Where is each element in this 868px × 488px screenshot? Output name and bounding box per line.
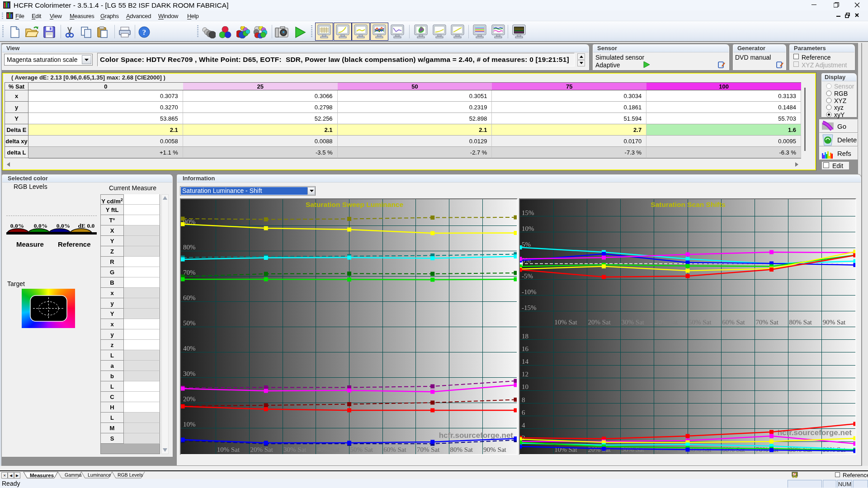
svg-text:Saturation Sweep Luminance: Saturation Sweep Luminance	[306, 201, 404, 208]
svg-text:16: 16	[522, 345, 529, 352]
svg-text:50%: 50%	[183, 319, 196, 327]
svg-text:40% Sat: 40% Sat	[317, 446, 340, 453]
svg-text:6: 6	[522, 409, 525, 416]
svg-text:10%: 10%	[183, 421, 196, 428]
svg-text:70% Sat: 70% Sat	[417, 446, 440, 453]
svg-text:Measures: Measures	[30, 473, 54, 478]
svg-text:-15%: -15%	[522, 304, 537, 311]
svg-text:4: 4	[522, 422, 525, 429]
svg-text:50% Sat: 50% Sat	[689, 319, 712, 326]
svg-text:?: ?	[142, 28, 146, 37]
svg-text:40%: 40%	[183, 345, 196, 352]
svg-text:5%: 5%	[522, 241, 531, 248]
svg-text:60% Sat: 60% Sat	[722, 319, 745, 326]
svg-text:RGB Levels: RGB Levels	[118, 472, 143, 478]
svg-text:8: 8	[522, 396, 525, 404]
svg-text:60%: 60%	[183, 294, 196, 301]
svg-text:90% Sat: 90% Sat	[483, 446, 506, 453]
svg-text:hcfr.sourceforge.net: hcfr.sourceforge.net	[778, 428, 852, 437]
svg-text:Luminance: Luminance	[88, 472, 111, 478]
svg-text:-5%: -5%	[522, 272, 533, 280]
svg-text:30%: 30%	[183, 370, 196, 377]
svg-text:Saturation Scan Shifts: Saturation Scan Shifts	[651, 201, 725, 208]
svg-text:Gamma: Gamma	[65, 472, 82, 478]
svg-text:80% Sat: 80% Sat	[450, 446, 473, 453]
svg-text:14: 14	[522, 358, 529, 365]
svg-text:10% Sat: 10% Sat	[217, 446, 240, 453]
svg-text:70% Sat: 70% Sat	[755, 319, 778, 326]
svg-text:10% Sat: 10% Sat	[554, 319, 577, 326]
svg-text:10: 10	[522, 383, 528, 390]
svg-text:50% Sat: 50% Sat	[350, 446, 373, 453]
svg-text:20%: 20%	[183, 395, 196, 403]
svg-text:20% Sat: 20% Sat	[588, 319, 611, 326]
svg-text:60% Sat: 60% Sat	[383, 446, 406, 453]
svg-text:40% Sat: 40% Sat	[655, 319, 678, 326]
svg-text:-10%: -10%	[522, 288, 537, 296]
svg-text:12: 12	[522, 371, 528, 378]
svg-text:80%: 80%	[183, 244, 196, 251]
svg-text:10%: 10%	[522, 225, 534, 232]
svg-text:18: 18	[522, 333, 528, 340]
svg-text:80% Sat: 80% Sat	[789, 319, 812, 326]
svg-text:15%: 15%	[522, 209, 534, 216]
svg-text:30% Sat: 30% Sat	[622, 319, 645, 326]
svg-text:90% Sat: 90% Sat	[823, 319, 846, 326]
svg-text:70%: 70%	[183, 269, 196, 276]
svg-text:30% Sat: 30% Sat	[283, 446, 307, 453]
svg-text:hcfr.sourceforge.net: hcfr.sourceforge.net	[439, 431, 514, 440]
svg-text:20% Sat: 20% Sat	[588, 446, 611, 453]
svg-text:20% Sat: 20% Sat	[250, 446, 273, 453]
